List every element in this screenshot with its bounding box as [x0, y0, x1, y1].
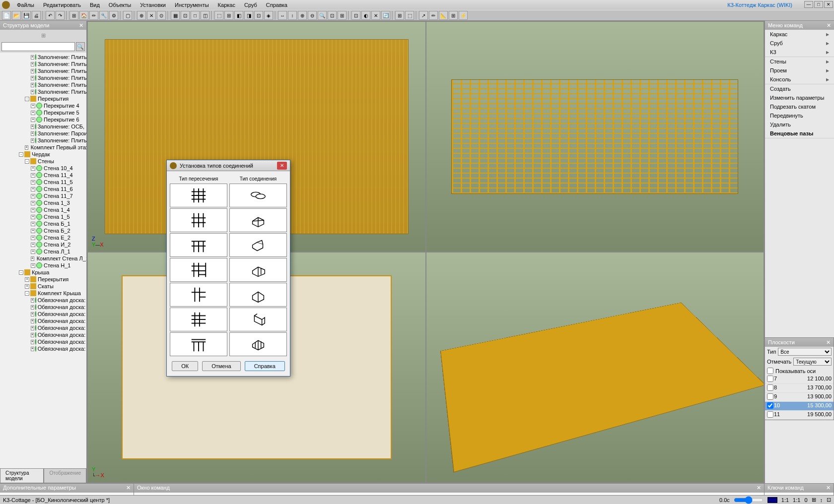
tree-item[interactable]: -Чердак: [1, 151, 85, 158]
tree-item[interactable]: +Обвязочная доска: 8: [1, 311, 85, 317]
tree-item[interactable]: +Заполнение: Плиты м: [1, 67, 85, 74]
cmd-Проем[interactable]: Проем▶: [765, 66, 834, 75]
status-icon[interactable]: ⊡: [827, 497, 831, 503]
tree-item[interactable]: +Заполнение: Плиты м: [1, 74, 85, 81]
tree-item[interactable]: +Комплект Первый этаж: [1, 144, 85, 151]
expand-icon[interactable]: +: [31, 243, 35, 247]
expand-icon[interactable]: +: [31, 180, 35, 185]
tree-item[interactable]: +Заполнение: Плиты м: [1, 137, 85, 144]
cmd-Венцовые пазы[interactable]: Венцовые пазы: [765, 129, 834, 138]
model-tree[interactable]: +Заполнение: Плиты м+Заполнение: Плиты м…: [0, 53, 86, 468]
tree-item[interactable]: -Комплект Крыша: [1, 290, 85, 297]
tree-item[interactable]: +Обвязочная доска: 4: [1, 338, 85, 345]
expand-icon[interactable]: -: [19, 270, 23, 275]
plane-row[interactable]: 1119 500,00: [765, 411, 834, 420]
toolbar-button[interactable]: ⚙: [109, 11, 118, 20]
expand-icon[interactable]: +: [31, 312, 34, 316]
tree-item[interactable]: -Крыша: [1, 269, 85, 276]
tree-item[interactable]: +Стена Н_1: [1, 262, 85, 269]
toolbar-button[interactable]: ⊡: [351, 11, 360, 20]
menu-Вид[interactable]: Вид: [86, 1, 104, 9]
color-swatch[interactable]: [767, 497, 777, 503]
plane-checkbox[interactable]: [767, 376, 773, 382]
tree-item[interactable]: +Обвязочная доска: 2: [1, 317, 85, 324]
toolbar-button[interactable]: 📂: [12, 11, 21, 20]
mark-select[interactable]: Текущую: [793, 358, 832, 366]
panel-close-icon[interactable]: ✕: [126, 485, 131, 492]
plane-row[interactable]: 913 900,00: [765, 393, 834, 402]
tree-item[interactable]: +Стена 10_4: [1, 165, 85, 172]
expand-icon[interactable]: +: [31, 111, 35, 115]
ok-button[interactable]: ОК: [172, 361, 198, 371]
panel-close-icon[interactable]: ✕: [826, 485, 831, 492]
planes-table[interactable]: 712 100,00813 700,00913 900,001015 300,0…: [765, 375, 834, 420]
tree-item[interactable]: +Стена 1_3: [1, 199, 85, 206]
intersection-option-7[interactable]: [170, 332, 227, 356]
plane-checkbox[interactable]: [767, 384, 773, 391]
expand-icon[interactable]: +: [31, 215, 35, 219]
tree-item[interactable]: +Перекрытия: [1, 276, 85, 283]
panel-close-icon[interactable]: ✕: [79, 22, 83, 29]
search-input[interactable]: [1, 42, 75, 51]
toolbar-button[interactable]: ⊞: [395, 11, 404, 20]
tree-item[interactable]: +Стена 11_7: [1, 192, 85, 199]
toolbar-button[interactable]: ✕: [147, 11, 156, 20]
toolbar-button[interactable]: ↶: [46, 11, 55, 20]
cmd-К3[interactable]: К3▶: [765, 48, 834, 57]
expand-icon[interactable]: +: [31, 166, 35, 171]
toolbar-button[interactable]: 💾: [22, 11, 31, 20]
tree-item[interactable]: +Стена Е_2: [1, 234, 85, 241]
toolbar-button[interactable]: ✏: [429, 11, 438, 20]
tree-item[interactable]: +Стена Б_1: [1, 220, 85, 227]
toolbar-button[interactable]: ⊞: [70, 11, 78, 20]
intersection-option-6[interactable]: [170, 308, 227, 331]
cmd-Сруб[interactable]: Сруб▶: [765, 39, 834, 48]
tree-item[interactable]: +Перекрытие 4: [1, 102, 85, 109]
viewport-front[interactable]: [426, 22, 764, 252]
tree-item[interactable]: +Стена И_2: [1, 241, 85, 248]
plane-checkbox[interactable]: [767, 393, 773, 400]
menu-Справка[interactable]: Справка: [262, 1, 291, 9]
toolbar-button[interactable]: ↗: [419, 11, 428, 20]
tree-item[interactable]: +Заполнение: Плиты м: [1, 88, 85, 95]
tree-item[interactable]: +Заполнение: ОСБ, 10: [1, 123, 85, 130]
connection-option-4[interactable]: [229, 258, 287, 282]
expand-icon[interactable]: +: [31, 187, 35, 191]
expand-icon[interactable]: +: [31, 90, 34, 94]
tree-item[interactable]: +Стена 11_6: [1, 186, 85, 192]
connection-option-3[interactable]: [229, 233, 287, 257]
tree-item[interactable]: +Обвязочная доска: 2: [1, 345, 85, 352]
intersection-option-3[interactable]: [170, 233, 227, 257]
intersection-option-2[interactable]: [170, 208, 227, 232]
expand-icon[interactable]: +: [31, 194, 35, 198]
toolbar-button[interactable]: ⊡: [328, 11, 337, 20]
zoom-slider[interactable]: [734, 496, 764, 504]
expand-icon[interactable]: +: [31, 201, 35, 205]
expand-icon[interactable]: +: [31, 76, 34, 80]
dialog-titlebar[interactable]: Установка типов соединений ✕: [167, 160, 290, 171]
toolbar-button[interactable]: ✏: [89, 11, 98, 20]
toolbar-button[interactable]: ◐: [361, 11, 370, 20]
toolbar-button[interactable]: ⬚: [405, 11, 414, 20]
tree-item[interactable]: +Обвязочная доска: 8: [1, 297, 85, 304]
cmd-Консоль[interactable]: Консоль▶: [765, 75, 834, 84]
expand-icon[interactable]: +: [31, 250, 35, 254]
tab-Отображение[interactable]: Отображение: [44, 468, 86, 483]
tree-item[interactable]: +Заполнение: Пароизо: [1, 130, 85, 137]
expand-icon[interactable]: +: [31, 55, 34, 60]
tree-item[interactable]: -Стены: [1, 158, 85, 165]
maximize-button[interactable]: □: [814, 1, 823, 8]
expand-icon[interactable]: -: [25, 291, 29, 296]
expand-icon[interactable]: +: [31, 319, 34, 323]
tree-item[interactable]: +Скаты: [1, 283, 85, 290]
cmd-Изменить параметры[interactable]: Изменить параметры: [765, 93, 834, 102]
help-button[interactable]: Справка: [245, 361, 285, 371]
plane-row[interactable]: 1015 300,00: [765, 402, 834, 411]
cmd-Передвинуть[interactable]: Передвинуть: [765, 111, 834, 120]
toolbar-button[interactable]: ⊕: [137, 11, 146, 20]
menu-Инструменты[interactable]: Инструменты: [171, 1, 213, 9]
expand-icon[interactable]: +: [25, 284, 29, 289]
toolbar-button[interactable]: 📄: [2, 11, 11, 20]
cancel-button[interactable]: Отмена: [202, 361, 240, 371]
tree-item[interactable]: +Стена 11_5: [1, 179, 85, 186]
